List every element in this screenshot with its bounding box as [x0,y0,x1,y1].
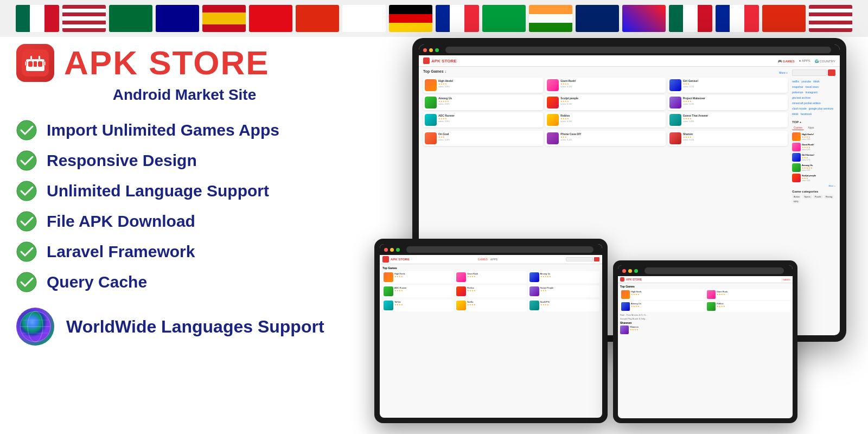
feature-item-3: Unlimited Language Support [16,181,353,201]
flag-extra3 [716,5,759,32]
feature-label-2: Responsive Design [47,151,197,170]
top-games-title: Top Games ↓ [423,69,446,73]
flag-saudi [109,5,152,32]
flag-usa [62,5,106,32]
flag-spain [202,5,246,32]
flag-turkey [249,5,292,32]
flag-extra1 [622,5,666,32]
flag-extra4 [762,5,806,32]
app-thumb-9 [669,114,681,126]
app-thumb-6 [669,97,681,108]
feature-item-6: Query Cache [16,272,353,292]
feature-label-6: Query Cache [47,273,147,291]
brand-subtitle: Android Market Site [16,86,353,104]
check-icon-6 [16,272,37,292]
flag-australia [156,5,199,32]
flag-extra2 [669,5,712,32]
app-thumb-2 [547,79,559,91]
top-list: High Heels!★★★★votes: 2.9/5 Giant Rush!★… [792,132,835,182]
svg-point-9 [17,120,36,140]
app-thumb-1 [425,79,437,91]
flag-mexico [16,5,59,32]
app-card-5: Sculpt people★★★★votes: 3.9/5 [545,95,665,110]
check-icon-1 [16,120,37,141]
phone-mockup: APK STORE GAMES Top Games High Heels★★★★… [613,260,797,423]
brand-title: APK STORE [64,43,270,82]
app-card-3: Girl Genius!★★★votes: 3.7/5 [668,78,788,93]
flag-uk [576,5,619,32]
devices-area: APK STORE 🎮 GAMES ● APPS 🌍 COUNTRY [353,33,868,429]
app-card-8: Roblox★★★★votes: 4.4/5 [545,112,665,127]
feature-label-3: Unlimited Language Support [47,182,269,200]
svg-point-13 [17,242,36,261]
flag-china [296,5,339,32]
check-icon-2 [16,150,37,171]
svg-rect-4 [38,61,42,67]
app-thumb-8 [547,114,559,126]
app-card-4: Among Us★★★★★votes: 4.0/5 [423,95,543,110]
apk-logo-small: APK STORE [423,58,457,64]
brand-row: APK STORE [16,43,353,82]
svg-rect-5 [25,61,27,66]
features-list: Import Unlimited Games Apps Responsive D… [16,120,353,292]
svg-point-14 [17,272,36,292]
phone-screen: APK STORE GAMES Top Games High Heels★★★★… [613,260,797,423]
svg-point-11 [17,181,36,201]
apk-sidebar: netflix youtube tiktok snapchat travel s… [792,69,835,203]
check-icon-3 [16,181,37,201]
flag-japan [342,5,386,32]
feature-label-5: Laravel Framework [47,242,195,261]
flag-banner [0,0,868,37]
feature-label-4: File APK Download [47,212,195,231]
app-card-7: ADC Runner★★★★votes: 3.9/5 [423,112,543,127]
svg-rect-6 [44,61,46,66]
app-thumb-7 [425,114,437,126]
feature-label-1: Import Unlimited Games Apps [47,121,279,139]
feature-item: Import Unlimited Games Apps [16,120,353,141]
app-thumb-3 [669,79,681,91]
phone-inner: APK STORE GAMES Top Games High Heels★★★★… [618,265,793,418]
svg-rect-8 [39,56,40,60]
svg-rect-2 [28,61,33,67]
svg-rect-7 [30,56,32,60]
app-card-10: On Goal★★★votes: 3.9/5 [423,131,543,146]
worldwide-row: WorldWide Languages Support [16,308,353,346]
globe-icon [16,308,54,346]
svg-rect-3 [34,61,37,67]
sidebar-links: netflix youtube tiktok snapchat travel s… [792,79,835,116]
app-card-6: Project Makeover★★★★votes: 4.1/5 [668,95,788,110]
svg-point-10 [17,151,36,170]
app-card-1: High Heels!★★★★votes: 3.9/5 [423,78,543,93]
feature-item-4: File APK Download [16,211,353,232]
tablet-screen: APK STORE GAMESAPPS Top Games [374,239,608,423]
app-card-2: Giant Rush!★★★★votes: 4.2/5 [545,78,665,93]
flag-brazil [482,5,526,32]
check-icon-4 [16,211,37,232]
check-icon-5 [16,241,37,262]
tablet-inner: APK STORE GAMESAPPS Top Games [380,244,602,418]
app-card-12: Shanon★★★★votes: 4.1/5 [668,131,788,146]
app-thumb-4 [425,97,437,108]
brand-icon [16,44,54,82]
svg-point-12 [17,212,36,231]
feature-item-5: Laravel Framework [16,241,353,262]
app-thumb-5 [547,97,559,108]
feature-item-2: Responsive Design [16,150,353,171]
apk-nav-items: 🎮 GAMES ● APPS 🌍 COUNTRY [778,59,835,63]
worldwide-label: WorldWide Languages Support [66,317,324,337]
app-card-11: Phone Case DIY★★★votes: 3.4/5 [545,131,665,146]
tablet-mockup: APK STORE GAMESAPPS Top Games [374,239,608,423]
app-card-9: Guess That Answer★★★★votes: 4.0/5 [668,112,788,127]
left-content: APK STORE Android Market Site Import Unl… [16,43,353,346]
flag-germany [389,5,432,32]
flag-france [436,5,479,32]
flag-extra5 [809,5,852,32]
flag-india [529,5,572,32]
